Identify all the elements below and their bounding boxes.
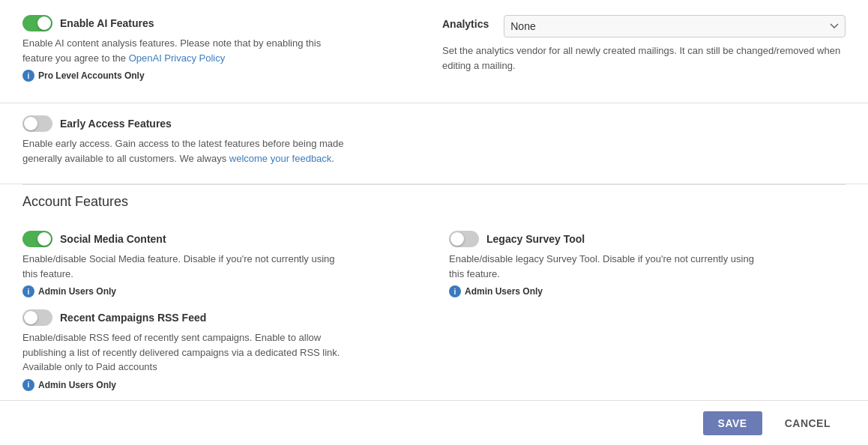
early-access-toggle[interactable] — [22, 115, 52, 132]
rss-feed-desc: Enable/disable RSS feed of recently sent… — [22, 330, 345, 375]
info-icon: i — [22, 70, 34, 82]
analytics-select[interactable]: None Google Analytics Custom — [504, 15, 846, 37]
early-access-section: Early Access Features Enable early acces… — [0, 103, 868, 184]
ai-features-toggle[interactable] — [22, 15, 52, 31]
social-media-row: Social Media Content Enable/disable Soci… — [22, 231, 419, 297]
page-container: Enable AI Features Enable AI content ana… — [0, 0, 868, 445]
social-media-header: Social Media Content — [22, 231, 419, 247]
ai-analytics-section: Enable AI Features Enable AI content ana… — [0, 0, 868, 103]
ai-feature-header: Enable AI Features — [22, 15, 412, 31]
cancel-button[interactable]: CANCEL — [770, 411, 846, 435]
info-icon-legacy: i — [449, 285, 461, 297]
rss-feed-badge: i Admin Users Only — [22, 379, 419, 391]
features-col-left: Social Media Content Enable/disable Soci… — [22, 231, 419, 397]
ai-features-badge: i Pro Level Accounts Only — [22, 70, 412, 82]
social-media-desc: Enable/disable Social Media feature. Dis… — [22, 252, 345, 281]
analytics-row: Analytics None Google Analytics Custom — [442, 15, 846, 37]
features-col-right: Legacy Survey Tool Enable/disable legacy… — [449, 231, 846, 397]
early-access-desc: Enable early access. Gain access to the … — [22, 136, 345, 166]
rss-feed-row: Recent Campaigns RSS Feed Enable/disable… — [22, 309, 419, 391]
early-access-row: Early Access Features Enable early acces… — [22, 115, 846, 166]
social-media-badge: i Admin Users Only — [22, 285, 419, 297]
legacy-survey-title: Legacy Survey Tool — [486, 233, 585, 245]
openai-privacy-link[interactable]: OpenAI Privacy Policy — [129, 52, 226, 64]
features-grid: Social Media Content Enable/disable Soci… — [22, 231, 846, 397]
ai-features-title: Enable AI Features — [60, 17, 154, 29]
footer-bar: SAVE CANCEL — [0, 400, 868, 445]
legacy-survey-row: Legacy Survey Tool Enable/disable legacy… — [449, 231, 846, 297]
save-button[interactable]: SAVE — [703, 411, 762, 435]
analytics-col: Analytics None Google Analytics Custom S… — [442, 15, 846, 88]
social-media-title: Social Media Content — [60, 233, 166, 245]
legacy-survey-desc: Enable/disable legacy Survey Tool. Disab… — [449, 252, 771, 281]
rss-feed-toggle[interactable] — [22, 309, 52, 326]
account-features-title: Account Features — [22, 184, 846, 219]
info-icon-social: i — [22, 285, 34, 297]
legacy-survey-header: Legacy Survey Tool — [449, 231, 846, 247]
info-icon-rss: i — [22, 379, 34, 391]
ai-feature-row: Enable AI Features Enable AI content ana… — [22, 15, 412, 82]
social-media-toggle[interactable] — [22, 231, 52, 247]
early-access-title: Early Access Features — [60, 118, 172, 130]
rss-feed-header: Recent Campaigns RSS Feed — [22, 309, 419, 326]
early-access-header: Early Access Features — [22, 115, 846, 132]
analytics-label: Analytics — [442, 15, 489, 30]
rss-feed-title: Recent Campaigns RSS Feed — [60, 312, 206, 324]
ai-features-desc: Enable AI content analysis features. Ple… — [22, 36, 345, 65]
feedback-link[interactable]: welcome your feedback — [229, 153, 332, 164]
legacy-survey-toggle[interactable] — [449, 231, 479, 247]
ai-features-col: Enable AI Features Enable AI content ana… — [22, 15, 412, 88]
legacy-survey-badge: i Admin Users Only — [449, 285, 846, 297]
account-features-section: Account Features Social Media Content En… — [0, 184, 868, 412]
analytics-desc: Set the analytics vendor for all newly c… — [442, 43, 846, 73]
